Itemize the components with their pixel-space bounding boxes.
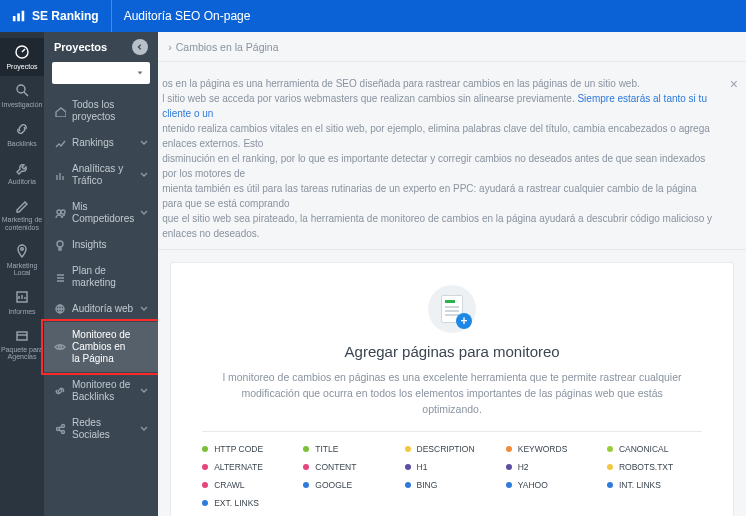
svg-rect-1 bbox=[17, 13, 20, 21]
sidebar-item-label: Rankings bbox=[72, 137, 134, 149]
tag-label: GOOGLE bbox=[315, 480, 352, 490]
chevron-down-icon bbox=[140, 425, 148, 433]
sidebar-item-label: Plan de marketing bbox=[72, 265, 134, 289]
tag-label: HTTP CODE bbox=[214, 444, 263, 454]
info-line: mienta también es útil para las tareas r… bbox=[162, 181, 712, 211]
chevron-down-icon bbox=[140, 387, 148, 395]
status-dot-icon bbox=[607, 482, 613, 488]
rail-item-marketing-de-contenidos[interactable]: Marketing de contenidos bbox=[0, 191, 44, 237]
rail-item-investigación[interactable]: Investigación bbox=[0, 76, 44, 114]
brand[interactable]: SE Ranking bbox=[0, 9, 111, 23]
eye-icon bbox=[54, 341, 66, 353]
tag-title: TITLE bbox=[303, 444, 398, 454]
rail-item-label: Marketing de contenidos bbox=[0, 216, 44, 231]
tag-label: DESCRIPTION bbox=[417, 444, 475, 454]
panel-collapse-button[interactable] bbox=[132, 39, 148, 55]
tag-canonical: CANONICAL bbox=[607, 444, 702, 454]
sidebar-item-todos-los-proyectos[interactable]: Todos los proyectos bbox=[44, 92, 158, 130]
tag-label: KEYWORDS bbox=[518, 444, 568, 454]
tag-description: DESCRIPTION bbox=[405, 444, 500, 454]
rail-item-label: Auditoría bbox=[8, 178, 36, 185]
tag-alternate: ALTERNATE bbox=[202, 462, 297, 472]
svg-point-12 bbox=[59, 346, 62, 349]
sidebar-item-monitoreo-de-backlinks[interactable]: Monitoreo de Backlinks bbox=[44, 372, 158, 410]
topbar: SE Ranking Auditoría SEO On-page bbox=[0, 0, 746, 32]
sidebar-item-label: Auditoría web bbox=[72, 303, 134, 315]
status-dot-icon bbox=[405, 482, 411, 488]
status-dot-icon bbox=[506, 464, 512, 470]
sidebar-item-label: Analíticas y Tráfico bbox=[72, 163, 134, 187]
tag-label: H1 bbox=[417, 462, 428, 472]
divider bbox=[202, 431, 702, 432]
sidebar-item-rankings[interactable]: Rankings bbox=[44, 130, 158, 156]
info-banner: × os en la página es una herramienta de … bbox=[158, 68, 746, 250]
wrench-icon bbox=[14, 159, 30, 175]
sidebar-item-redes-sociales[interactable]: Redes Sociales bbox=[44, 410, 158, 448]
sidebar-item-insights[interactable]: Insights bbox=[44, 232, 158, 258]
list-icon bbox=[54, 271, 66, 283]
info-line: que el sitio web sea pirateado, la herra… bbox=[162, 211, 712, 241]
projects-panel: Proyectos Todos los proyectosRankingsAna… bbox=[44, 32, 158, 516]
edit-icon bbox=[14, 197, 30, 213]
project-selector[interactable] bbox=[52, 62, 150, 84]
tag-label: TITLE bbox=[315, 444, 338, 454]
share-icon bbox=[54, 423, 66, 435]
status-dot-icon bbox=[202, 482, 208, 488]
sidebar-item-auditoría-web[interactable]: Auditoría web bbox=[44, 296, 158, 322]
svg-point-9 bbox=[61, 210, 65, 214]
document-plus-icon: + bbox=[428, 285, 476, 333]
sidebar-item-monitoreo-de-cambios-en-la-página[interactable]: Monitoreo de Cambios en la Página bbox=[44, 322, 158, 372]
rail-item-label: Paquete para Agencias bbox=[0, 346, 44, 361]
brand-logo-icon bbox=[12, 9, 26, 23]
tag-label: CONTENT bbox=[315, 462, 356, 472]
home-icon bbox=[54, 105, 66, 117]
users-icon bbox=[54, 207, 66, 219]
tag-label: ALTERNATE bbox=[214, 462, 263, 472]
svg-rect-2 bbox=[22, 11, 25, 22]
tag-h2: H2 bbox=[506, 462, 601, 472]
main-content: › Cambios en la Página × os en la página… bbox=[158, 32, 746, 516]
rail-item-paquete-para-agencias[interactable]: Paquete para Agencias bbox=[0, 321, 44, 367]
close-icon[interactable]: × bbox=[730, 74, 738, 95]
status-dot-icon bbox=[303, 482, 309, 488]
status-dot-icon bbox=[405, 446, 411, 452]
tag-label: H2 bbox=[518, 462, 529, 472]
card-description: l monitoreo de cambios en páginas es una… bbox=[222, 370, 682, 417]
tag-label: CRAWL bbox=[214, 480, 244, 490]
sidebar-item-label: Monitoreo de Backlinks bbox=[72, 379, 134, 403]
sidebar-item-mis-competidores[interactable]: Mis Competidores bbox=[44, 194, 158, 232]
status-dot-icon bbox=[202, 446, 208, 452]
sidebar-item-label: Redes Sociales bbox=[72, 417, 134, 441]
bulb-icon bbox=[54, 239, 66, 251]
nav-rail: ProyectosInvestigaciónBacklinksAuditoría… bbox=[0, 32, 44, 516]
sidebar-item-label: Insights bbox=[72, 239, 134, 251]
status-dot-icon bbox=[202, 500, 208, 506]
tag-robots-txt: ROBOTS.TXT bbox=[607, 462, 702, 472]
panel-menu: Todos los proyectosRankingsAnalíticas y … bbox=[44, 92, 158, 448]
status-dot-icon bbox=[607, 464, 613, 470]
speed-icon bbox=[14, 44, 30, 60]
sidebar-item-analíticas-y-tráfico[interactable]: Analíticas y Tráfico bbox=[44, 156, 158, 194]
rail-item-informes[interactable]: Informes bbox=[0, 283, 44, 321]
rail-item-label: Marketing Local bbox=[0, 262, 44, 277]
tag-label: BING bbox=[417, 480, 438, 490]
tag-bing: BING bbox=[405, 480, 500, 490]
link-icon bbox=[54, 385, 66, 397]
panel-title: Proyectos bbox=[54, 41, 107, 53]
report-icon bbox=[14, 289, 30, 305]
rail-item-label: Investigación bbox=[2, 101, 43, 108]
svg-point-4 bbox=[17, 85, 25, 93]
tag-yahoo: YAHOO bbox=[506, 480, 601, 490]
sidebar-item-plan-de-marketing[interactable]: Plan de marketing bbox=[44, 258, 158, 296]
rail-item-marketing-local[interactable]: Marketing Local bbox=[0, 237, 44, 283]
chevron-down-icon bbox=[140, 139, 148, 147]
rail-item-auditoría[interactable]: Auditoría bbox=[0, 153, 44, 191]
status-dot-icon bbox=[506, 446, 512, 452]
tag-int-links: INT. LINKS bbox=[607, 480, 702, 490]
info-line: ntenido realiza cambios vitales en el si… bbox=[162, 121, 712, 151]
rail-item-backlinks[interactable]: Backlinks bbox=[0, 115, 44, 153]
tag-h1: H1 bbox=[405, 462, 500, 472]
brand-label: SE Ranking bbox=[32, 9, 99, 23]
rail-item-proyectos[interactable]: Proyectos bbox=[0, 38, 44, 76]
chevron-down-icon bbox=[140, 171, 148, 179]
